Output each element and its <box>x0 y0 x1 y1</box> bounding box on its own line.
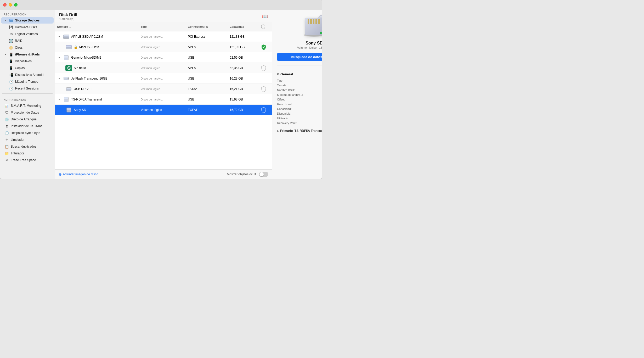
sidebar-item-raid[interactable]: 💽 RAID <box>1 38 54 44</box>
sidebar-raid-label: RAID <box>15 39 50 43</box>
table-row[interactable]: USB DRIVE L Volúmen lógico FAT32 16,21 G… <box>55 84 272 94</box>
sidebar-item-erase-free[interactable]: ✳ Erase Free Space <box>1 157 54 163</box>
detail-field-key: Tipo: <box>277 79 283 82</box>
sidebar-item-android[interactable]: 📲 Dispositivos Android <box>1 72 54 78</box>
sidebar-otros-label: Otros <box>15 46 50 49</box>
sort-arrow-icon: ▲ <box>69 25 71 28</box>
detail-field-row: Offset:210763776 <box>277 97 322 102</box>
expand-icon[interactable]: ▾ <box>57 55 61 60</box>
sidebar-timemachine-label: Máquina Tiempo <box>15 80 50 83</box>
storage-devices-icon <box>9 18 13 23</box>
device-name: Sin título <box>74 66 86 70</box>
svg-rect-10 <box>64 55 69 58</box>
sidebar-hardware-label: Hardware Disks <box>15 25 50 29</box>
device-connection: USB <box>186 54 228 61</box>
table-row[interactable]: Sin título Volúmen lógico APFS 62,35 GB <box>55 63 272 73</box>
sidebar-section-tools: Herramientas <box>0 95 55 102</box>
lock-icon: 🔒 <box>74 45 78 49</box>
volume-icon <box>65 44 72 50</box>
sidebar-item-instalador[interactable]: ⊗ Instalador de OS X/ma... <box>1 123 54 129</box>
device-capacidad: 62,56 GB <box>228 54 259 61</box>
svg-rect-14 <box>68 78 69 79</box>
sidebar-item-triturador[interactable]: 📁 Triturador <box>1 150 54 156</box>
chevron-down-section-icon: ▾ <box>277 72 279 76</box>
device-shield <box>259 56 272 59</box>
minimize-button[interactable] <box>9 3 12 7</box>
sd-reader-icon <box>63 97 70 102</box>
device-shield <box>259 77 272 80</box>
sidebar-item-respaldo[interactable]: 🕐 Respaldo byte a byte <box>1 130 54 136</box>
table-row[interactable]: ▾ TS-RDF5A Transcend Disco de hardw... U… <box>55 94 272 105</box>
installer-icon: ⊗ <box>5 124 9 128</box>
col-capacidad[interactable]: Capacidad <box>228 23 259 30</box>
table-row[interactable]: ▾ APPLE SSD AP0128M Disco de hardw... PC… <box>55 31 272 42</box>
svg-rect-25 <box>315 19 317 24</box>
expand-icon[interactable]: ▾ <box>57 97 61 102</box>
detail-general-section: ▾ General Tipo:Volúmen lógicoTamaño:15,7… <box>277 72 322 125</box>
sd-icon <box>63 55 70 60</box>
titlebar <box>0 0 322 10</box>
svg-rect-26 <box>318 19 320 24</box>
sidebar-item-smart[interactable]: 📊 S.M.A.R.T. Monitoring <box>1 103 54 109</box>
sidebar-item-hardware-disks[interactable]: 💾 Hardware Disks <box>1 24 54 30</box>
detail-field-key: Utilizado: <box>277 117 289 120</box>
sidebar-item-time-machine[interactable]: 🕐 Máquina Tiempo <box>1 79 54 85</box>
footer-bar: ⊕ Adjuntar imagen de disco... Mostrar ob… <box>55 169 272 179</box>
sidebar-item-dispositivos[interactable]: 📱 Dispositivos <box>1 58 54 64</box>
expand-icon[interactable]: ▾ <box>57 76 61 81</box>
device-connection: PCI-Express <box>186 33 228 40</box>
sidebar-item-otros[interactable]: 📀 Otros <box>1 44 54 51</box>
device-name: Sony SD <box>74 108 86 112</box>
show-hidden-toggle[interactable] <box>259 172 268 177</box>
sidebar-dispositivos-label: Dispositivos <box>15 59 50 63</box>
svg-rect-18 <box>64 97 69 99</box>
search-lost-data-button[interactable]: Búsqueda de datos perdidos <box>277 53 322 61</box>
device-capacidad: 15,93 GB <box>228 96 259 103</box>
iphone-icon: 📱 <box>9 52 13 57</box>
close-button[interactable] <box>3 3 7 7</box>
table-row[interactable]: Sony SD Volúmen lógico EXFAT 15,72 GB <box>55 105 272 115</box>
table-row[interactable]: ▾ Generic- MicroSD/M2 Disco de hardw... … <box>55 52 272 63</box>
detail-field-key: Disponible: <box>277 112 291 115</box>
primary-section[interactable]: ▶ Primario 'TS-RDF5A Transcend' <box>277 129 322 133</box>
show-hidden-toggle-container: Mostrar objetos ocult. <box>227 172 268 177</box>
maximize-button[interactable] <box>14 3 18 7</box>
svg-rect-16 <box>66 87 71 89</box>
device-capacidad: 121,02 GB <box>228 44 259 51</box>
svg-point-28 <box>320 32 322 34</box>
sidebar-item-copias[interactable]: 📱 Copias <box>1 65 54 71</box>
detail-field-row: Recovery Vault:deshabilitada <box>277 121 322 125</box>
device-capacidad: 16,23 GB <box>228 75 259 82</box>
device-tipo: Volúmen lógico <box>139 107 186 113</box>
svg-rect-24 <box>313 19 314 24</box>
sidebar-item-recent-sessions[interactable]: 🕐 Recent Sessions <box>1 85 54 92</box>
general-section-label: General <box>280 72 293 76</box>
device-capacidad: 15,72 GB <box>228 107 259 113</box>
sidebar-item-limpiador[interactable]: ✛ Limpiador <box>1 137 54 143</box>
detail-field-row: Tipo:Volúmen lógico <box>277 78 322 83</box>
device-connection: APFS <box>186 65 228 71</box>
sidebar-triturador-label: Triturador <box>11 152 50 155</box>
device-name: USB DRIVE L <box>74 87 93 91</box>
sidebar-android-label: Dispositivos Android <box>15 73 50 77</box>
device-tipo: Disco de hardw... <box>139 96 186 103</box>
device-name: MacOS - Data <box>79 45 99 49</box>
col-connection[interactable]: Connection/FS <box>186 23 228 30</box>
col-tipo[interactable]: Tipo <box>139 23 186 30</box>
device-shield <box>259 85 272 93</box>
sidebar-item-storage-devices[interactable]: ▾ Storage Devices <box>1 17 54 24</box>
sidebar-item-iphones[interactable]: ▾ 📱 iPhones & iPads <box>1 51 54 58</box>
sidebar-item-disco-arranque[interactable]: 💿 Disco de Arranque <box>1 116 54 122</box>
table-row[interactable]: ▾ JetFlash Transcend 16GB Disco de hardw… <box>55 73 272 84</box>
sidebar-item-logical-volumes[interactable]: 🗂 Logical Volumes <box>1 31 54 37</box>
expand-icon[interactable]: ▾ <box>57 35 61 39</box>
add-disk-image-button[interactable]: ⊕ Adjuntar imagen de disco... <box>59 172 101 176</box>
sidebar-respaldo-label: Respaldo byte a byte <box>11 131 50 135</box>
hardware-disk-icon: 💾 <box>9 25 13 29</box>
cleaner-icon: ✛ <box>5 138 9 142</box>
book-icon[interactable]: 📖 <box>262 14 268 19</box>
col-nombre[interactable]: Nombre ▲ <box>55 23 139 30</box>
sidebar-item-proteccion[interactable]: 🛡 Protección de Datos <box>1 109 54 116</box>
sidebar-item-duplicados[interactable]: 📋 Buscar duplicados <box>1 143 54 150</box>
table-row[interactable]: 🔒 MacOS - Data Volúmen lógico APFS 121,0… <box>55 42 272 52</box>
